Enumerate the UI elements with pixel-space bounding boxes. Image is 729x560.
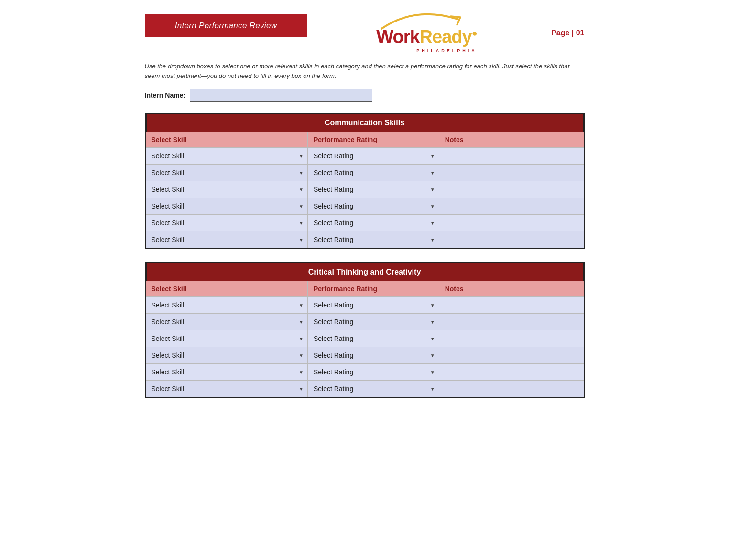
skill-select-wrapper: Select Skill▼ [150, 366, 304, 378]
skill-select[interactable]: Select Skill [150, 217, 297, 229]
skill-select-wrapper: Select Skill▼ [150, 200, 304, 212]
rating-select[interactable]: Select Rating [312, 234, 428, 245]
rating-cell: Select Rating▼ [307, 165, 439, 181]
skill-dropdown-arrow: ▼ [299, 187, 304, 192]
rating-select-wrapper: Select Rating▼ [312, 299, 435, 311]
skill-dropdown-arrow: ▼ [299, 353, 304, 358]
rating-cell: Select Rating▼ [307, 364, 439, 381]
notes-cell [439, 364, 583, 381]
page-header: Intern Performance Review WorkReady● PHI… [145, 14, 585, 53]
rating-select[interactable]: Select Rating [312, 366, 428, 378]
notes-cell [439, 148, 583, 165]
rating-select[interactable]: Select Rating [312, 350, 428, 361]
rating-select[interactable]: Select Rating [312, 200, 428, 212]
rating-select-wrapper: Select Rating▼ [312, 150, 435, 162]
table-communication: Select SkillPerformance RatingNotesSelec… [146, 132, 584, 248]
rating-select[interactable]: Select Rating [312, 316, 428, 328]
table-row: Select Skill▼Select Rating▼ [146, 198, 584, 215]
intern-name-label: Intern Name: [145, 91, 186, 99]
skill-select[interactable]: Select Skill [150, 167, 297, 178]
col-header-1: Performance Rating [307, 281, 439, 297]
rating-select[interactable]: Select Rating [312, 167, 428, 178]
table-row: Select Skill▼Select Rating▼ [146, 347, 584, 364]
skill-cell: Select Skill▼ [146, 347, 308, 364]
skill-cell: Select Skill▼ [146, 198, 308, 215]
skill-select-wrapper: Select Skill▼ [150, 316, 304, 328]
instructions-text: Use the dropdown boxes to select one or … [145, 62, 585, 80]
skill-select-wrapper: Select Skill▼ [150, 350, 304, 361]
rating-cell: Select Rating▼ [307, 231, 439, 248]
rating-select[interactable]: Select Rating [312, 217, 428, 229]
rating-select[interactable]: Select Rating [312, 184, 428, 195]
skill-dropdown-arrow: ▼ [299, 237, 304, 242]
rating-select-wrapper: Select Rating▼ [312, 383, 435, 395]
notes-cell [439, 381, 583, 397]
notes-cell [439, 215, 583, 231]
sections-container: Communication SkillsSelect SkillPerforma… [145, 113, 585, 398]
rating-select[interactable]: Select Rating [312, 150, 428, 162]
skill-select[interactable]: Select Skill [150, 383, 297, 395]
rating-select[interactable]: Select Rating [312, 383, 428, 395]
skill-cell: Select Skill▼ [146, 364, 308, 381]
rating-select-wrapper: Select Rating▼ [312, 184, 435, 195]
skill-select[interactable]: Select Skill [150, 184, 297, 195]
notes-cell [439, 347, 583, 364]
rating-select-wrapper: Select Rating▼ [312, 200, 435, 212]
skill-select[interactable]: Select Skill [150, 316, 297, 328]
col-header-0: Select Skill [146, 132, 308, 148]
logo-area: WorkReady● PHILADELPHIA [376, 11, 477, 53]
rating-dropdown-arrow: ▼ [430, 303, 435, 308]
skill-dropdown-arrow: ▼ [299, 386, 304, 392]
skill-select-wrapper: Select Skill▼ [150, 234, 304, 245]
skill-select[interactable]: Select Skill [150, 350, 297, 361]
skill-select[interactable]: Select Skill [150, 150, 297, 162]
skill-dropdown-arrow: ▼ [299, 336, 304, 341]
skill-cell: Select Skill▼ [146, 314, 308, 330]
skill-select[interactable]: Select Skill [150, 299, 297, 311]
col-header-1: Performance Rating [307, 132, 439, 148]
table-row: Select Skill▼Select Rating▼ [146, 215, 584, 231]
skill-dropdown-arrow: ▼ [299, 319, 304, 325]
skill-select[interactable]: Select Skill [150, 333, 297, 344]
skill-select[interactable]: Select Skill [150, 366, 297, 378]
skill-dropdown-arrow: ▼ [299, 303, 304, 308]
skill-cell: Select Skill▼ [146, 381, 308, 397]
rating-dropdown-arrow: ▼ [430, 220, 435, 226]
rating-dropdown-arrow: ▼ [430, 187, 435, 192]
rating-dropdown-arrow: ▼ [430, 353, 435, 358]
intern-name-row: Intern Name: [145, 89, 585, 102]
skill-select[interactable]: Select Skill [150, 200, 297, 212]
skill-dropdown-arrow: ▼ [299, 220, 304, 226]
skill-cell: Select Skill▼ [146, 165, 308, 181]
table-row: Select Skill▼Select Rating▼ [146, 297, 584, 314]
notes-cell [439, 314, 583, 330]
column-header-row: Select SkillPerformance RatingNotes [146, 132, 584, 148]
table-row: Select Skill▼Select Rating▼ [146, 231, 584, 248]
skill-select-wrapper: Select Skill▼ [150, 383, 304, 395]
rating-select[interactable]: Select Rating [312, 333, 428, 344]
rating-dropdown-arrow: ▼ [430, 204, 435, 209]
section-critical-thinking: Critical Thinking and CreativitySelect S… [145, 262, 585, 398]
form-title: Intern Performance Review [175, 21, 277, 30]
skill-dropdown-arrow: ▼ [299, 170, 304, 176]
rating-select-wrapper: Select Rating▼ [312, 167, 435, 178]
rating-cell: Select Rating▼ [307, 314, 439, 330]
logo-text: WorkReady● [376, 27, 477, 47]
rating-select-wrapper: Select Rating▼ [312, 234, 435, 245]
table-row: Select Skill▼Select Rating▼ [146, 330, 584, 347]
rating-select-wrapper: Select Rating▼ [312, 350, 435, 361]
skill-cell: Select Skill▼ [146, 330, 308, 347]
intern-name-input[interactable] [190, 89, 372, 102]
skill-cell: Select Skill▼ [146, 231, 308, 248]
rating-cell: Select Rating▼ [307, 215, 439, 231]
rating-select[interactable]: Select Rating [312, 299, 428, 311]
rating-cell: Select Rating▼ [307, 198, 439, 215]
col-header-2: Notes [439, 281, 583, 297]
rating-cell: Select Rating▼ [307, 181, 439, 198]
skill-select[interactable]: Select Skill [150, 234, 297, 245]
title-banner: Intern Performance Review [145, 14, 307, 37]
skill-select-wrapper: Select Skill▼ [150, 167, 304, 178]
table-row: Select Skill▼Select Rating▼ [146, 148, 584, 165]
rating-cell: Select Rating▼ [307, 381, 439, 397]
skill-dropdown-arrow: ▼ [299, 204, 304, 209]
